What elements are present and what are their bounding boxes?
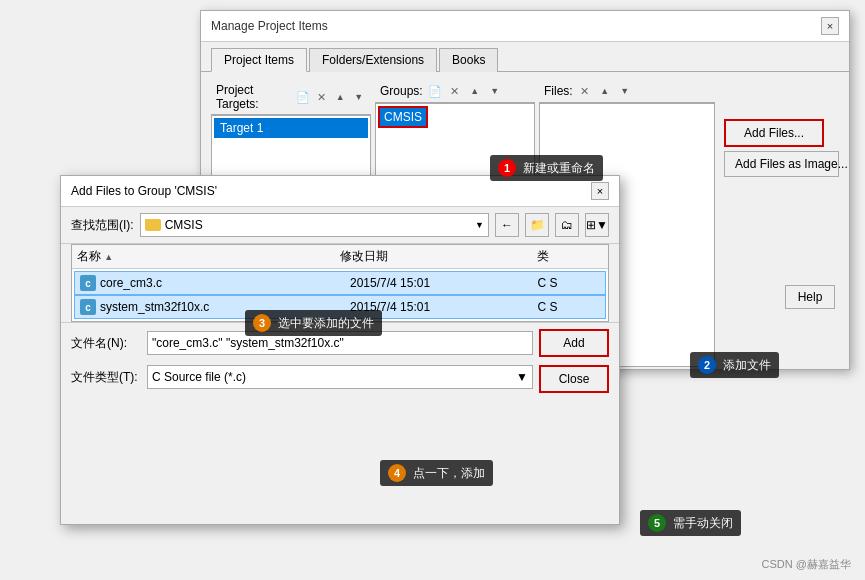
filetype-row: 文件类型(T): C Source file (*.c) ▼ Close [71,361,609,393]
callout-number-5: 5 [648,514,666,532]
nav-up-btn[interactable]: 📁 [525,213,549,237]
name-sort-arrow: ▲ [104,252,113,262]
callout-number-1: 1 [498,159,516,177]
project-targets-header: Project Targets: 📄 ✕ ▲ ▼ [211,80,371,115]
groups-label: Groups: [380,84,423,98]
nav-back-btn[interactable]: ← [495,213,519,237]
groups-header: Groups: 📄 ✕ ▲ ▼ [375,80,535,103]
filename-label: 文件名(N): [71,335,141,352]
filetype-combo[interactable]: C Source file (*.c) ▼ [147,365,533,389]
files-header: Files: ✕ ▲ ▼ [539,80,715,103]
new-group-icon[interactable]: 📄 [427,83,443,99]
col-type: 类 [537,248,603,265]
close-button[interactable]: Close [539,365,609,393]
callout-2: 2 添加文件 [690,352,779,378]
look-in-value: CMSIS [165,218,203,232]
add-files-button[interactable]: Add Files... [724,119,824,147]
manage-dialog-titlebar: Manage Project Items × [201,11,849,42]
add-files-toolbar: 查找范围(I): CMSIS ▼ ← 📁 🗂 ⊞▼ [61,207,619,244]
delete-group-icon[interactable]: ✕ [447,83,463,99]
col-date: 修改日期 [340,248,537,265]
project-targets-label: Project Targets: [216,83,292,111]
callout-text-5: 需手动关闭 [673,516,733,530]
callout-number-3: 3 [253,314,271,332]
manage-dialog-close[interactable]: × [821,17,839,35]
files-label: Files: [544,84,573,98]
delete-target-icon[interactable]: ✕ [314,89,329,105]
callout-number-4: 4 [388,464,406,482]
callout-text-4: 点一下，添加 [413,466,485,480]
combo-arrow: ▼ [475,220,484,230]
callout-text-2: 添加文件 [723,358,771,372]
callout-5: 5 需手动关闭 [640,510,741,536]
filetype-arrow: ▼ [516,370,528,384]
tab-books[interactable]: Books [439,48,498,72]
file-date-1: 2015/7/4 15:01 [350,276,538,290]
callout-1: 1 新建或重命名 [490,155,603,181]
cmsis-group-item[interactable]: CMSIS [378,106,532,128]
up-target-icon[interactable]: ▲ [333,89,348,105]
folder-icon [145,219,161,231]
col-name: 名称 ▲ [77,248,340,265]
file-type-1: C S [538,276,601,290]
c-file-icon-2: c [80,299,96,315]
add-files-close[interactable]: × [591,182,609,200]
callout-text-3: 选中要添加的文件 [278,316,374,330]
look-in-label: 查找范围(I): [71,217,134,234]
right-buttons: Add Files... Add Files as Image... [719,80,839,367]
add-button[interactable]: Add [539,329,609,357]
down-file-icon[interactable]: ▼ [617,83,633,99]
add-files-dialog: Add Files to Group 'CMSIS' × 查找范围(I): CM… [60,175,620,525]
up-file-icon[interactable]: ▲ [597,83,613,99]
file-row-core-cm3[interactable]: c core_cm3.c 2015/7/4 15:01 C S [74,271,606,295]
help-button[interactable]: Help [785,285,835,309]
callout-3: 3 选中要添加的文件 [245,310,382,336]
manage-tab-bar: Project Items Folders/Extensions Books [201,42,849,72]
add-files-title: Add Files to Group 'CMSIS' [71,184,217,198]
group-cmsis[interactable]: CMSIS [378,106,428,128]
up-group-icon[interactable]: ▲ [467,83,483,99]
add-files-as-image-button[interactable]: Add Files as Image... [724,151,839,177]
look-in-combo[interactable]: CMSIS ▼ [140,213,489,237]
tab-folders-extensions[interactable]: Folders/Extensions [309,48,437,72]
col-name-label: 名称 [77,249,101,263]
filetype-value: C Source file (*.c) [152,370,246,384]
file-list-header: 名称 ▲ 修改日期 类 [72,245,608,269]
file-type-2: C S [538,300,601,314]
watermark: CSDN @赫嘉益华 [762,557,851,572]
manage-dialog-title: Manage Project Items [211,19,328,33]
callout-number-2: 2 [698,356,716,374]
view-toggle-btn[interactable]: ⊞▼ [585,213,609,237]
nav-new-folder-btn[interactable]: 🗂 [555,213,579,237]
callout-4: 4 点一下，添加 [380,460,493,486]
filetype-label: 文件类型(T): [71,369,141,386]
delete-file-icon[interactable]: ✕ [577,83,593,99]
down-target-icon[interactable]: ▼ [351,89,366,105]
new-target-icon[interactable]: 📄 [296,89,311,105]
down-group-icon[interactable]: ▼ [487,83,503,99]
callout-text-1: 新建或重命名 [523,161,595,175]
c-file-icon-1: c [80,275,96,291]
tab-project-items[interactable]: Project Items [211,48,307,72]
file-name-1: core_cm3.c [100,276,350,290]
target-item-target1[interactable]: Target 1 [214,118,368,138]
